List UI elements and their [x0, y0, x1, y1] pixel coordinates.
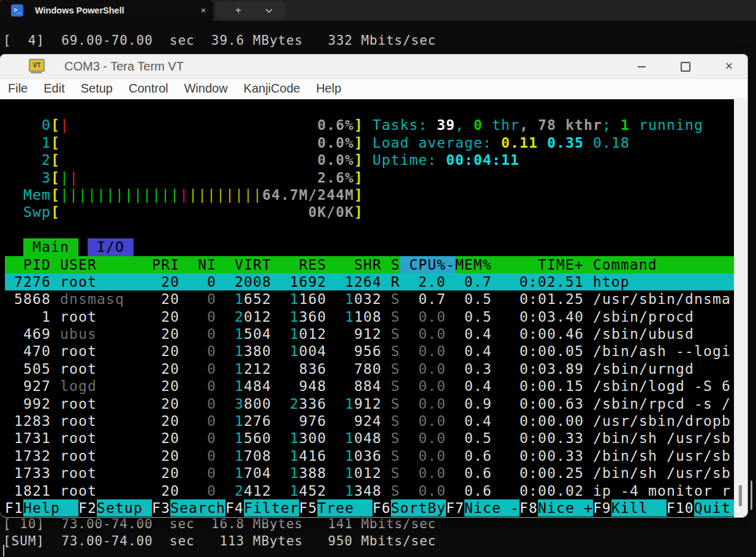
cpu-meter-2-and-uptime: 2[ 0.0%] Uptime: 00:04:11: [5, 151, 734, 169]
process-row[interactable]: 5868 dnsmasq 20 0 1652 1160 1032 S 0.7 0…: [5, 290, 734, 308]
menu-item-window[interactable]: Window: [176, 79, 235, 98]
screen-tabs: Main I/O: [5, 238, 734, 256]
process-row[interactable]: 1733 root 20 0 1704 1388 1012 S 0.0 0.6 …: [5, 464, 734, 482]
process-row[interactable]: 1821 root 20 0 2412 1452 1348 S 0.0 0.6 …: [5, 482, 734, 499]
terminal-blank-line: [5, 221, 734, 238]
teraterm-window: VT COM3 - Tera Term VT × FileEditSetupCo…: [0, 54, 748, 518]
process-table-header[interactable]: PID USER PRI NI VIRT RES SHR S CPU%-MEM%…: [5, 256, 734, 273]
terminal-tab-bar: >_ Windows PowerShell × +: [0, 0, 756, 21]
new-tab-area: +: [216, 2, 285, 19]
screen-tab-main[interactable]: Main: [23, 238, 78, 256]
menu-item-control[interactable]: Control: [121, 79, 176, 98]
process-row[interactable]: 1 root 20 0 2012 1360 1108 S 0.0 0.5 0:0…: [5, 308, 734, 325]
minimize-button[interactable]: [627, 55, 656, 78]
teraterm-vt-icon: VT: [28, 59, 44, 74]
function-key-bar: F1Help F2Setup F3SearchF4FilterF5Tree F6…: [5, 499, 734, 517]
menu-item-help[interactable]: Help: [308, 79, 349, 98]
maximize-button[interactable]: [671, 55, 700, 78]
fkey-F3[interactable]: F3Search: [152, 500, 225, 516]
process-row[interactable]: 470 root 20 0 1380 1004 956 S 0.0 0.4 0:…: [5, 343, 734, 360]
close-button[interactable]: ×: [715, 55, 743, 78]
menubar: FileEditSetupControlWindowKanjiCodeHelp: [0, 78, 747, 98]
menu-item-file[interactable]: File: [0, 79, 36, 98]
window-title: COM3 - Tera Term VT: [64, 55, 184, 78]
process-row-selected[interactable]: 7276 root 20 0 2008 1692 1264 R 2.0 0.7 …: [5, 273, 734, 290]
cpu-meter-0-and-tasks: 0[| 0.6%] Tasks: 39, 0 thr, 78 kthr; 1 r…: [5, 116, 734, 134]
menu-item-setup[interactable]: Setup: [73, 79, 121, 98]
scrollbar[interactable]: [734, 99, 747, 517]
fkey-F2[interactable]: F2Setup: [78, 500, 152, 516]
titlebar[interactable]: VT COM3 - Tera Term VT ×: [0, 55, 747, 78]
fkey-F9[interactable]: F9Kill: [593, 500, 667, 516]
process-row[interactable]: 1283 root 20 0 1276 976 924 S 0.0 0.4 0:…: [5, 412, 734, 430]
scrollbar-thumb[interactable]: [750, 480, 752, 510]
new-tab-button[interactable]: +: [229, 2, 248, 19]
iperf-output-line: [ 4] 69.00-70.00 sec 39.6 MBytes 332 Mbi…: [3, 32, 436, 49]
powershell-icon: >_: [11, 4, 23, 17]
chevron-down-icon[interactable]: [260, 2, 278, 19]
tab-close-icon[interactable]: ×: [195, 0, 212, 21]
text-cursor: [3, 545, 4, 556]
process-row[interactable]: 469 ubus 20 0 1504 1012 912 S 0.0 0.4 0:…: [5, 325, 734, 343]
scrollbar-thumb[interactable]: [739, 485, 742, 506]
iperf-output-line: [SUM] 73.00-74.00 sec 113 MBytes 950 Mbi…: [3, 532, 436, 550]
fkey-F6[interactable]: F6SortBy: [372, 500, 446, 516]
tab-title: Windows PowerShell: [35, 0, 124, 21]
process-row[interactable]: 505 root 20 0 1212 836 780 S 0.0 0.3 0:0…: [5, 360, 734, 377]
swap-meter: Swp[ 0K/0K]: [5, 203, 734, 221]
memory-meter: Mem[||||||||||||||||||||||64.7M/244M]: [5, 186, 734, 203]
tab-windows-powershell[interactable]: >_ Windows PowerShell ×: [0, 0, 213, 21]
fkey-F7[interactable]: F7Nice -: [446, 500, 520, 516]
screen-tab-io[interactable]: I/O: [88, 238, 134, 256]
menu-item-kanjicode[interactable]: KanjiCode: [236, 79, 308, 98]
fkey-F1[interactable]: F1Help: [5, 500, 78, 516]
terminal-blank-line: [5, 99, 734, 116]
fkey-F5[interactable]: F5Tree: [299, 500, 372, 516]
process-row[interactable]: 992 root 20 0 3800 2336 1912 S 0.0 0.9 0…: [5, 395, 734, 412]
cpu-meter-3: 3[|| 2.6%]: [5, 169, 734, 186]
menu-item-edit[interactable]: Edit: [36, 79, 72, 98]
fkey-F8[interactable]: F8Nice +: [520, 500, 593, 516]
screen: >_ Windows PowerShell × + [ 4] 69.00-70.…: [0, 0, 756, 557]
fkey-F4[interactable]: F4Filter: [225, 500, 299, 516]
terminal-screen: 0[| 0.6%] Tasks: 39, 0 thr, 78 kthr; 1 r…: [0, 99, 734, 517]
process-row[interactable]: 1732 root 20 0 1708 1416 1036 S 0.0 0.6 …: [5, 447, 734, 464]
cpu-meter-1-and-load-average: 1[ 0.0%] Load average: 0.11 0.35 0.18: [5, 134, 734, 151]
fkey-F10[interactable]: F10Quit: [667, 500, 731, 516]
iperf-output-line: [ 10] 73.00-74.00 sec 16.8 MBytes 141 Mb…: [3, 515, 436, 532]
process-row[interactable]: 1731 root 20 0 1560 1300 1048 S 0.0 0.5 …: [5, 430, 734, 447]
sort-column-cpu[interactable]: CPU%-: [400, 256, 455, 273]
process-row[interactable]: 927 logd 20 0 1484 948 884 S 0.0 0.4 0:0…: [5, 377, 734, 395]
